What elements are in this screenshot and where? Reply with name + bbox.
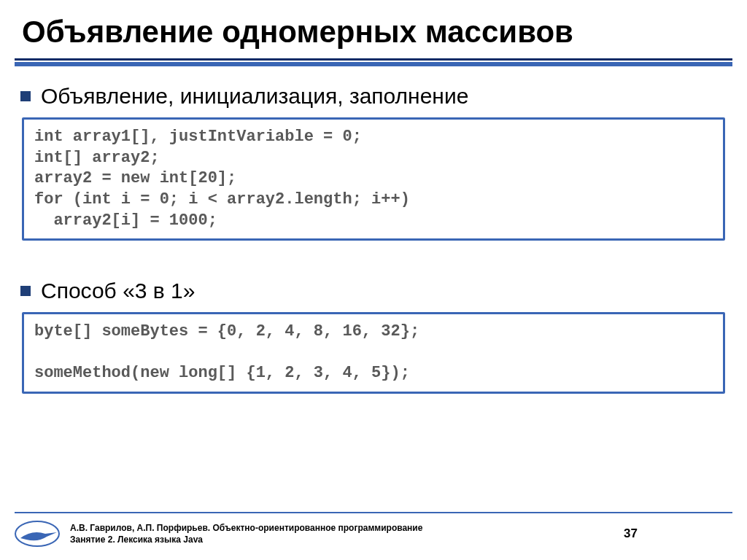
code-text-1: int array1[], justIntVariable = 0; int[]…	[34, 127, 711, 231]
bullet-row-1: Объявление, инициализация, заполнение	[20, 84, 727, 109]
content-area: Объявление, инициализация, заполнение in…	[0, 66, 747, 512]
page-number: 37	[624, 526, 732, 541]
bullet-text-2: Способ «3 в 1»	[41, 279, 195, 303]
bullet-text-1: Объявление, инициализация, заполнение	[41, 84, 468, 109]
code-block-2: byte[] someBytes = {0, 2, 4, 8, 16, 32};…	[22, 312, 725, 394]
logo-icon	[15, 521, 60, 547]
slide: Объявление одномерных массивов Объявлени…	[0, 0, 747, 560]
code-text-2: byte[] someBytes = {0, 2, 4, 8, 16, 32};…	[34, 322, 711, 384]
code-block-1: int array1[], justIntVariable = 0; int[]…	[22, 117, 725, 241]
title-rule-dark	[15, 58, 732, 61]
square-bullet-icon	[20, 91, 31, 101]
square-bullet-icon	[20, 286, 31, 296]
footer: А.В. Гаврилов, А.П. Порфирьев. Объектно-…	[15, 512, 732, 547]
slide-title: Объявление одномерных массивов	[0, 0, 747, 58]
bullet-row-2: Способ «3 в 1»	[20, 279, 727, 303]
footer-line-2: Занятие 2. Лексика языка Java	[70, 534, 614, 545]
footer-text: А.В. Гаврилов, А.П. Порфирьев. Объектно-…	[70, 522, 614, 545]
footer-line-1: А.В. Гаврилов, А.П. Порфирьев. Объектно-…	[70, 522, 614, 534]
